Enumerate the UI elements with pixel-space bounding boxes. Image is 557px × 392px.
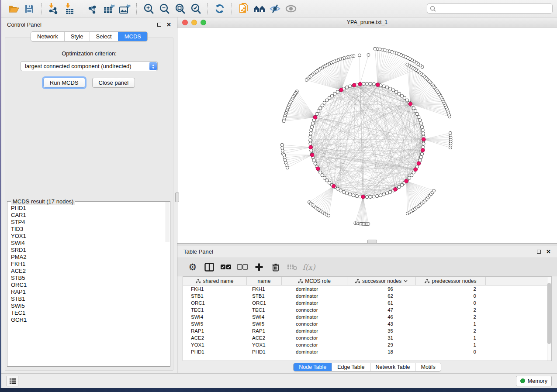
- folder-open-icon: [8, 4, 20, 14]
- close-window-icon[interactable]: [182, 20, 188, 25]
- zoom-selected-button[interactable]: [188, 2, 204, 15]
- panel-gap: [177, 244, 557, 246]
- maximize-window-icon[interactable]: [201, 20, 206, 25]
- mcds-result-item: STB5: [8, 275, 170, 282]
- delete-table-icon: [287, 264, 298, 271]
- close-panel-icon[interactable]: ✕: [166, 22, 171, 28]
- network-canvas[interactable]: [177, 28, 557, 243]
- mcds-panel: Optimization criterion: largest connecte…: [5, 38, 173, 371]
- float-panel-icon[interactable]: [157, 23, 161, 27]
- import-network-button[interactable]: [45, 2, 61, 15]
- mcds-result-item: SWI5: [8, 303, 170, 309]
- list-icon: [9, 378, 16, 384]
- tab-mcds[interactable]: MCDS: [118, 32, 147, 41]
- run-mcds-button[interactable]: Run MCDS: [43, 78, 85, 88]
- tab-network[interactable]: Network: [31, 32, 64, 41]
- export-image-button[interactable]: [117, 2, 132, 15]
- zoom-out-button[interactable]: [156, 2, 172, 15]
- hide-details-button[interactable]: [267, 2, 283, 15]
- export-image-icon: [118, 3, 131, 14]
- houses-button[interactable]: [252, 2, 267, 15]
- criterion-dropdown[interactable]: largest connected component (undirected)…: [21, 61, 158, 71]
- mcds-result-item: PHD1: [8, 205, 170, 212]
- mcds-result-item: SWI4: [8, 240, 170, 247]
- table-row[interactable]: ORC1 ORC1 dominator 61 0: [183, 299, 551, 306]
- search-input[interactable]: [438, 6, 550, 12]
- function-builder-button[interactable]: f(x): [301, 261, 317, 274]
- table-row[interactable]: STB1 STB1 dominator 62 0: [183, 292, 551, 299]
- delete-column-button[interactable]: [267, 261, 284, 274]
- show-details-button[interactable]: [283, 2, 299, 15]
- tab-style[interactable]: Style: [64, 32, 90, 41]
- vertical-splitter-handle[interactable]: [175, 193, 179, 202]
- table-header-row: shared name name MCDS role successor nod…: [183, 277, 551, 285]
- memory-status-icon: [520, 378, 525, 383]
- import-table-button[interactable]: [61, 2, 77, 15]
- deselect-all-button[interactable]: [234, 261, 251, 274]
- tab-edge-table[interactable]: Edge Table: [332, 363, 370, 371]
- clone-network-button[interactable]: [236, 2, 252, 15]
- table-row[interactable]: TEC1 TEC1 connector 47 2: [183, 306, 551, 313]
- eye-slash-icon: [269, 3, 281, 14]
- node-table[interactable]: shared name name MCDS role successor nod…: [183, 276, 552, 361]
- save-button[interactable]: [21, 2, 37, 15]
- mcds-result-item: PMA2: [8, 254, 170, 261]
- task-history-button[interactable]: [7, 376, 18, 386]
- eye-icon: [285, 3, 297, 14]
- mcds-result-item: FKH1: [8, 261, 170, 268]
- mcds-result-item: GCR1: [8, 316, 170, 323]
- column-header-successor-nodes[interactable]: successor nodes: [347, 277, 416, 285]
- horizontal-splitter-handle[interactable]: [367, 240, 377, 244]
- mcds-result-item: TEC1: [8, 309, 170, 316]
- tab-network-table[interactable]: Network Table: [370, 363, 415, 371]
- toolbar-separator: [136, 3, 137, 14]
- import-table-icon: [63, 3, 75, 14]
- tab-select[interactable]: Select: [90, 32, 118, 41]
- table-row[interactable]: YOX1 YOX1 connector 29 1: [183, 341, 551, 348]
- table-row[interactable]: PHD1 PHD1 dominator 18 0: [183, 348, 551, 355]
- table-row[interactable]: ACE2 ACE2 connector 31 1: [183, 334, 551, 341]
- tab-node-table[interactable]: Node Table: [294, 363, 332, 371]
- table-scrollbar[interactable]: [547, 277, 551, 361]
- column-header-name[interactable]: name: [247, 277, 282, 285]
- table-row[interactable]: RAP1 RAP1 dominator 35 2: [183, 327, 551, 334]
- toolbar-separator: [232, 3, 232, 14]
- close-panel-button[interactable]: Close panel: [92, 78, 135, 88]
- export-network-button[interactable]: [85, 2, 101, 15]
- table-row[interactable]: SWI5 SWI5 connector 43 1: [183, 320, 551, 327]
- control-panel: Control Panel ✕ Network Style Select MCD…: [1, 17, 177, 373]
- toolbar-search[interactable]: [427, 3, 553, 14]
- network-frame-titlebar: YPA_prune.txt_1: [177, 17, 557, 28]
- table-settings-button[interactable]: ⚙: [184, 261, 201, 274]
- column-header-mcds-role[interactable]: MCDS role: [282, 277, 347, 285]
- right-column: YPA_prune.txt_1 Table Panel: [177, 17, 557, 373]
- tab-motifs[interactable]: Motifs: [415, 363, 440, 371]
- list-scrollbar[interactable]: [166, 202, 170, 242]
- mcds-result-item: TID3: [8, 226, 170, 233]
- table-body[interactable]: FKH1 FKH1 dominator 96 2 STB1 STB1 domin…: [183, 285, 551, 355]
- column-header-predecessor-nodes[interactable]: predecessor nodes: [416, 277, 486, 285]
- zoom-fit-button[interactable]: [172, 2, 188, 15]
- table-scrollbar-thumb[interactable]: [547, 283, 551, 344]
- apply-layout-button[interactable]: [212, 2, 228, 15]
- export-table-button[interactable]: [101, 2, 117, 15]
- mcds-result-list[interactable]: PHD1CAR1STP4TID3YOX1SWI4SRD1PMA2FKH1ACE2…: [8, 202, 170, 366]
- open-button[interactable]: [6, 2, 21, 15]
- select-all-button[interactable]: [218, 261, 234, 274]
- delete-table-button[interactable]: [284, 261, 301, 274]
- attribute-icon: [298, 279, 303, 283]
- table-row[interactable]: FKH1 FKH1 dominator 96 2: [183, 285, 551, 292]
- memory-button[interactable]: Memory: [516, 376, 552, 386]
- show-columns-button[interactable]: [201, 261, 218, 274]
- close-panel-icon[interactable]: ✕: [546, 249, 551, 254]
- table-row[interactable]: SWI4 SWI4 dominator 46 2: [183, 313, 551, 320]
- column-header-shared-name[interactable]: shared name: [183, 277, 247, 285]
- zoom-in-button[interactable]: [141, 2, 156, 15]
- table-panel-tabs: Node Table Edge Table Network Table Moti…: [177, 361, 557, 373]
- float-panel-icon[interactable]: [537, 250, 541, 254]
- create-column-button[interactable]: [251, 261, 267, 274]
- network-graph[interactable]: [177, 28, 557, 243]
- control-panel-title: Control Panel: [7, 21, 42, 28]
- minimize-window-icon[interactable]: [191, 20, 197, 25]
- dropdown-stepper-icon: ▲▼: [149, 62, 157, 70]
